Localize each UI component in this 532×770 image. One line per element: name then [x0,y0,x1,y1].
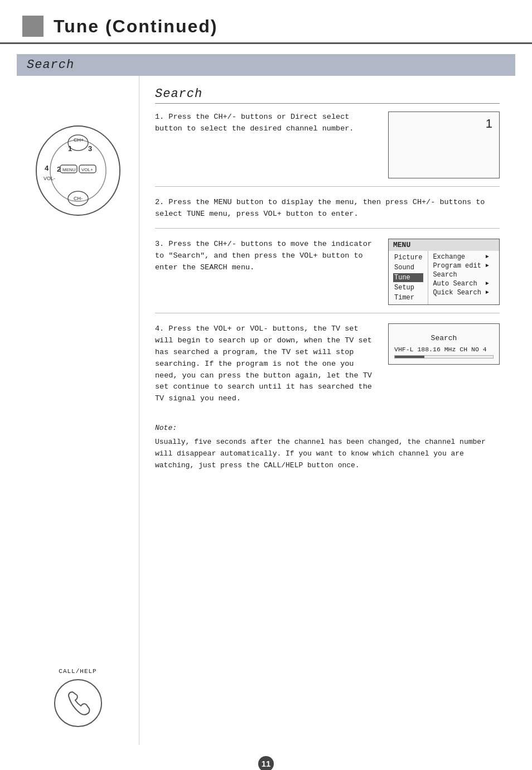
page-number-area: 11 [0,756,532,770]
menu-right-exchange: Exchange► [433,253,489,261]
svg-text:VOL-: VOL- [43,176,55,181]
step-3-block: 3. Press the CH+/- buttons to move the i… [155,239,500,313]
note-text: Usually, five seconds after the channel … [155,437,500,471]
channel-display-box: 1 [388,112,500,178]
search-info: VHF-L 188.16 MHz CH NO 4 [394,346,494,353]
step-4-diagram: Search VHF-L 188.16 MHz CH NO 4 [388,323,500,365]
step-1-diagram: 1 [388,112,500,178]
search-progress-fill [395,356,424,358]
left-column: 1 CH+ 3 2 VOL- 4 MENU VOL+ CH- [17,76,139,745]
section-label: Search [27,58,74,72]
menu-body: Picture Sound Tune Setup Timer Exchange► [389,251,499,304]
menu-right-panel: Exchange► Program edit► Search Auto Sear… [428,251,493,304]
svg-text:1: 1 [68,144,72,153]
search-display-box: Search VHF-L 188.16 MHz CH NO 4 [388,323,500,365]
page-number: 11 [258,756,274,770]
main-content: 1 CH+ 3 2 VOL- 4 MENU VOL+ CH- [17,76,515,745]
menu-item-timer: Timer [393,293,423,302]
svg-text:CH-: CH- [74,196,83,201]
page-title: Tune (Continued) [54,16,217,37]
note-label: Note: [155,423,500,434]
step-2-text: 2. Press the MENU button to display the … [155,197,500,220]
menu-item-sound: Sound [393,263,423,272]
menu-right-quick-search: Quick Search► [433,289,489,297]
svg-text:CH+: CH+ [74,137,84,143]
section-bar: Search [17,54,515,76]
right-column: Search 1. Press the CH+/- buttons or Dir… [139,76,515,745]
search-section-heading: Search [155,87,500,104]
page-header: Tune (Continued) [0,0,532,44]
menu-item-setup: Setup [393,283,423,292]
step-4-text: 4. Press the VOL+ or VOL- buttons, the T… [155,323,379,405]
step-1-block: 1. Press the CH+/- buttons or Direct sel… [155,112,500,187]
call-help-area: CALL/HELP [53,646,103,745]
menu-right-search: Search [433,271,489,279]
channel-number: 1 [486,117,492,131]
search-label: Search [394,334,494,342]
menu-item-tune: Tune [393,273,423,282]
step-4-block: 4. Press the VOL+ or VOL- buttons, the T… [155,323,500,413]
svg-text:MENU: MENU [62,167,76,172]
remote-diagram: 1 CH+ 3 2 VOL- 4 MENU VOL+ CH- [28,109,128,221]
menu-left-panel: Picture Sound Tune Setup Timer [389,251,428,304]
menu-item-picture: Picture [393,253,423,262]
step-3-text: 3. Press the CH+/- buttons to move the i… [155,239,379,274]
step-2-block: 2. Press the MENU button to display the … [155,197,500,229]
note-block: Note: Usually, five seconds after the ch… [155,423,500,471]
call-help-icon [53,678,103,728]
svg-text:VOL+: VOL+ [81,167,93,172]
svg-text:4: 4 [45,164,49,172]
svg-text:3: 3 [88,144,92,153]
search-progress-bar [394,355,494,359]
step-1-text: 1. Press the CH+/- buttons or Direct sel… [155,112,379,135]
menu-header: MENU [389,239,499,251]
menu-right-program-edit: Program edit► [433,262,489,270]
menu-display-box: MENU Picture Sound Tune Setup Timer Exch… [388,239,500,305]
step-3-diagram: MENU Picture Sound Tune Setup Timer Exch… [388,239,500,305]
menu-right-auto-search: Auto Search► [433,280,489,288]
header-square-icon [22,16,43,37]
call-help-label: CALL/HELP [59,668,96,675]
